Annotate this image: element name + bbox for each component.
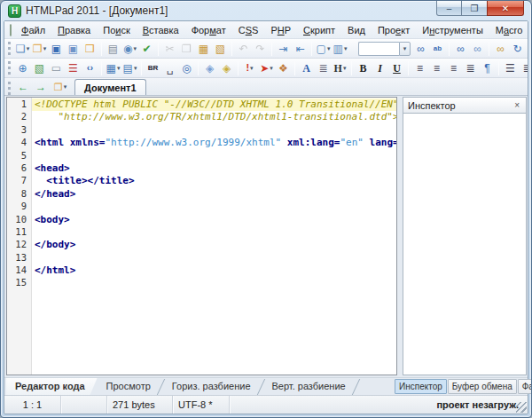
find-in-files-button[interactable]: ∞ (452, 40, 469, 57)
font-color-button[interactable]: A (298, 59, 315, 76)
align-right-button[interactable]: ≡ (445, 59, 462, 76)
code-editor[interactable]: 123456789101112131415 <!DOCTYPE html PUB… (6, 97, 397, 375)
cut-button[interactable]: ✂ (161, 40, 178, 57)
menu-search[interactable]: Поиск (97, 22, 137, 38)
insert-link-button[interactable]: ⊕ (14, 59, 31, 76)
save-file-button[interactable]: ▣ (48, 40, 65, 57)
copy-button[interactable]: ❐ (178, 40, 195, 57)
inspector-close-icon[interactable]: × (512, 100, 521, 110)
code-line[interactable] (32, 124, 396, 137)
panel-layout-button[interactable]: ▥▾ (332, 40, 348, 57)
menu-insert[interactable]: Вставка (137, 22, 185, 38)
close-button[interactable]: ✕ (487, 1, 524, 16)
insert-form-button[interactable]: ▤▾ (121, 59, 138, 76)
save-as-button[interactable]: ▣ (65, 40, 82, 57)
insert-table-dropdown-icon[interactable]: ▾ (117, 65, 121, 72)
line-break-button[interactable]: BR (145, 59, 161, 76)
view-tab-item[interactable]: Просмотр (98, 378, 163, 395)
insert-table-button[interactable]: ▦▾ (105, 59, 121, 76)
insert-snippet-button[interactable]: ◈ (218, 59, 235, 76)
redo-button[interactable]: ↷ (252, 40, 269, 57)
insert-list-button[interactable]: ☰ (65, 59, 82, 76)
code-line[interactable] (32, 150, 396, 162)
view-tab-item[interactable]: Гориз. разбиение (163, 378, 263, 395)
menu-css[interactable]: CSS (232, 22, 265, 38)
font-style-button[interactable]: ≣ (315, 59, 332, 76)
menu-php[interactable]: PHP (264, 22, 297, 38)
menu-tools[interactable]: Инструменты (416, 22, 489, 38)
code-line[interactable]: <!DOCTYPE html PUBLIC "-//W3C//DTD XHTML… (32, 99, 396, 111)
bold-button[interactable]: B (355, 59, 372, 76)
code-line[interactable]: </body> (32, 239, 396, 251)
align-justify-button[interactable]: ≣ (462, 59, 479, 76)
refresh-button[interactable]: ↻ (509, 40, 526, 57)
panel-tab[interactable]: Инспектор (395, 379, 447, 394)
insert-symbol-dropdown-icon[interactable]: ▾ (250, 65, 254, 72)
print-preview-dropdown-icon[interactable]: ▾ (133, 45, 137, 52)
forward-button[interactable]: → (32, 79, 50, 95)
window-layout-dropdown-icon[interactable]: ▾ (327, 45, 331, 52)
menu-edit[interactable]: Правка (51, 22, 97, 38)
insert-arrow-dropdown-icon[interactable]: ▾ (270, 65, 273, 72)
new-document-button[interactable]: ❏▾ (14, 40, 31, 57)
menu-project[interactable]: Проект (372, 22, 416, 38)
paste-special-button[interactable]: ▧ (212, 40, 229, 57)
open-file-button[interactable]: ❐▾ (31, 40, 48, 57)
resize-grip[interactable] (516, 402, 527, 413)
code-line[interactable]: "http://www.w3.org/TR/xhtml1/DTD/xhtml1-… (32, 111, 396, 123)
insert-anchor-button[interactable]: ◎ (178, 59, 195, 76)
code-line[interactable]: </html> (32, 264, 396, 277)
code-line[interactable]: <html xmlns="http://www.w3.org/1999/xhtm… (32, 137, 396, 149)
window-layout-button[interactable]: ▢▾ (315, 40, 332, 57)
replace-button[interactable]: ab (429, 40, 446, 57)
save-all-button[interactable]: ❒ (82, 40, 98, 57)
maximize-button[interactable]: ❐ (462, 1, 487, 16)
find-next-button[interactable]: ∞ (469, 40, 486, 57)
align-left-button[interactable]: ≡ (411, 59, 428, 76)
undo-button[interactable]: ↶ (235, 40, 252, 57)
indent-button[interactable]: ⇥ (275, 40, 292, 57)
print-button[interactable]: ▤ (105, 40, 121, 57)
menu-options[interactable]: Опции (528, 22, 532, 38)
document-icon[interactable] (10, 24, 12, 36)
insert-arrow-button[interactable]: ➤▾ (258, 59, 275, 76)
document-list-button[interactable]: ❐▾ (50, 79, 71, 95)
replace-in-files-button[interactable]: ∞ (492, 40, 509, 57)
menu-macro[interactable]: Macro (489, 22, 529, 38)
code-line[interactable]: <head> (32, 162, 396, 175)
insert-form-dropdown-icon[interactable]: ▾ (134, 65, 137, 72)
spell-check-button[interactable]: ✔ (138, 40, 155, 57)
menu-format[interactable]: Формат (185, 22, 232, 38)
code-line[interactable]: <title></title> (32, 175, 396, 187)
panel-tab[interactable]: Буфер обмена (448, 379, 517, 394)
document-tab[interactable]: Документ1 (74, 79, 146, 95)
panel-tab[interactable]: Фа (518, 379, 532, 394)
insert-comment-button[interactable]: ◈ (201, 59, 218, 76)
toolbar-grip[interactable] (8, 61, 11, 75)
insert-symbol-button[interactable]: !▾ (241, 59, 258, 76)
toolbar-grip[interactable] (8, 42, 11, 55)
print-preview-button[interactable]: ◉▾ (121, 40, 138, 57)
special-characters-button[interactable]: ‹› (82, 59, 98, 76)
menu-file[interactable]: Файл (15, 22, 51, 38)
back-button[interactable]: ← (14, 79, 32, 95)
panel-layout-dropdown-icon[interactable]: ▾ (344, 45, 348, 52)
menu-view[interactable]: Вид (341, 22, 372, 38)
heading-button[interactable]: H▾ (332, 59, 348, 76)
tabstrip-grip[interactable] (8, 82, 11, 95)
title-bar[interactable]: H HTMLPad 2011 - [Документ1] – ❐ ✕ (4, 1, 528, 20)
view-tab-active[interactable]: Редактор кода (6, 378, 98, 395)
code-line[interactable] (32, 201, 396, 213)
align-center-button[interactable]: ≡ (428, 59, 445, 76)
italic-button[interactable]: I (372, 59, 388, 76)
code-line[interactable] (32, 252, 396, 264)
menu-script[interactable]: Скрипт (297, 22, 341, 38)
code-line[interactable] (32, 277, 396, 289)
underline-button[interactable]: U (388, 59, 405, 76)
search-combobox[interactable] (358, 42, 399, 56)
code-line[interactable]: <body> (32, 214, 396, 226)
heading-dropdown-icon[interactable]: ▾ (343, 65, 347, 72)
horizontal-rule-button[interactable]: ▭ (48, 59, 65, 76)
paragraph-button[interactable]: ¶ (479, 59, 496, 76)
minimize-button[interactable]: – (436, 1, 462, 16)
